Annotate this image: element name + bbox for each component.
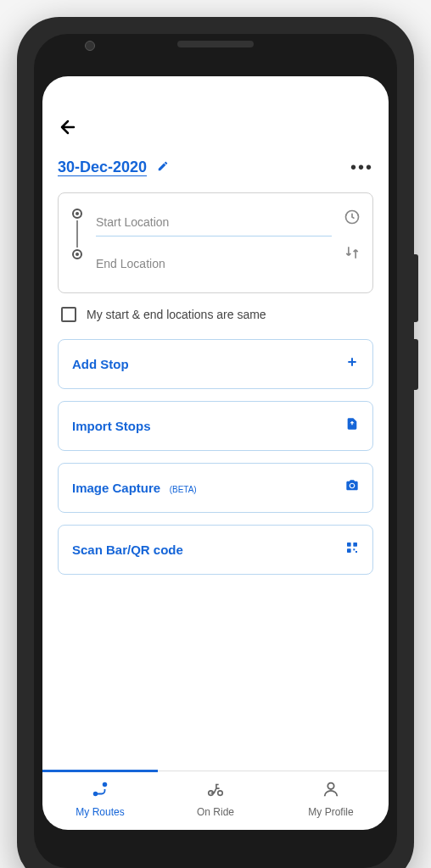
- phone-frame: 30-Dec-2020 •••: [17, 17, 414, 868]
- nav-my-profile-label: My Profile: [308, 806, 353, 818]
- status-bar: [42, 76, 389, 107]
- back-button[interactable]: [58, 117, 78, 142]
- svg-rect-4: [353, 548, 355, 550]
- bottom-nav: My Routes On Ride My Profile: [42, 771, 389, 830]
- end-dot-icon: [72, 249, 82, 259]
- profile-icon: [322, 780, 340, 803]
- same-location-label: My start & end locations are same: [87, 308, 266, 321]
- phone-speaker: [177, 41, 254, 47]
- beta-tag: (BETA): [170, 485, 197, 494]
- qr-icon: [345, 541, 359, 559]
- svg-point-9: [218, 791, 223, 796]
- nav-on-ride[interactable]: On Ride: [158, 771, 273, 830]
- ride-icon: [206, 780, 225, 803]
- connector-line: [76, 220, 78, 248]
- more-options-button[interactable]: •••: [350, 158, 373, 177]
- swap-icon[interactable]: [344, 244, 361, 264]
- nav-on-ride-label: On Ride: [197, 806, 234, 818]
- plus-icon: [345, 355, 359, 373]
- date-selector[interactable]: 30-Dec-2020: [58, 159, 169, 176]
- phone-power-button: [414, 254, 418, 322]
- edit-icon: [157, 160, 169, 175]
- nav-my-routes[interactable]: My Routes: [42, 771, 158, 830]
- svg-rect-2: [353, 542, 357, 547]
- nav-my-routes-label: My Routes: [76, 806, 124, 818]
- svg-point-10: [327, 783, 333, 789]
- scan-code-label: Scan Bar/QR code: [72, 542, 183, 557]
- svg-rect-1: [347, 542, 351, 547]
- add-stop-label: Add Stop: [72, 357, 129, 371]
- same-location-checkbox[interactable]: [61, 307, 76, 322]
- route-indicator: [70, 209, 84, 277]
- svg-point-6: [94, 793, 98, 796]
- svg-rect-5: [355, 551, 357, 553]
- import-icon: [345, 417, 359, 435]
- add-stop-button[interactable]: Add Stop: [58, 339, 373, 389]
- end-location-input[interactable]: [96, 250, 332, 277]
- image-capture-button[interactable]: Image Capture (BETA): [58, 463, 373, 513]
- start-location-input[interactable]: [96, 209, 332, 236]
- phone-volume-button: [414, 339, 418, 390]
- scan-code-button[interactable]: Scan Bar/QR code: [58, 525, 373, 575]
- location-card: [58, 192, 373, 293]
- start-dot-icon: [72, 209, 82, 219]
- import-stops-label: Import Stops: [72, 419, 151, 433]
- image-capture-label: Image Capture: [72, 481, 160, 495]
- svg-rect-3: [347, 548, 351, 553]
- routes-icon: [91, 780, 109, 803]
- nav-my-profile[interactable]: My Profile: [273, 771, 389, 830]
- camera-icon: [345, 479, 359, 497]
- svg-point-7: [104, 783, 107, 787]
- import-stops-button[interactable]: Import Stops: [58, 401, 373, 451]
- time-icon[interactable]: [344, 209, 361, 229]
- app-screen: 30-Dec-2020 •••: [42, 76, 389, 830]
- phone-camera: [85, 41, 95, 51]
- route-date: 30-Dec-2020: [58, 159, 147, 176]
